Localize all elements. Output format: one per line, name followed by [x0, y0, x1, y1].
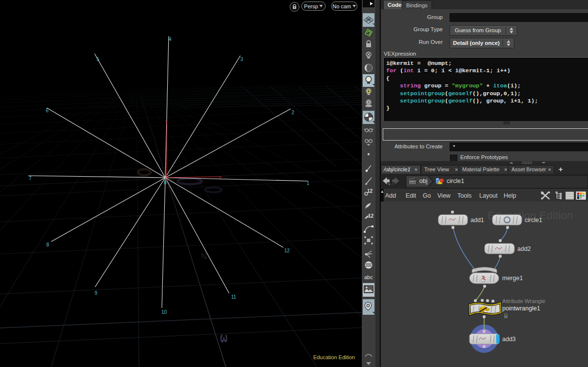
svg-text:Attribute Wrangle: Attribute Wrangle [502, 298, 546, 304]
svg-text:9: 9 [95, 290, 98, 296]
svg-text:add1: add1 [470, 217, 484, 224]
svg-text:3: 3 [240, 57, 243, 62]
svg-text:y: y [165, 119, 168, 124]
svg-text:12: 12 [367, 188, 373, 194]
svg-text:2: 2 [292, 110, 294, 115]
svg-text:pointwrangle1: pointwrangle1 [502, 305, 540, 312]
svg-text:3: 3 [218, 334, 230, 343]
svg-text:7: 7 [29, 176, 32, 181]
svg-text:z: z [168, 184, 170, 188]
svg-text:10: 10 [161, 309, 167, 315]
svg-text:11: 11 [231, 294, 236, 300]
svg-text:merge1: merge1 [502, 275, 523, 282]
svg-text:12: 12 [368, 213, 374, 219]
svg-text:abc: abc [364, 274, 373, 280]
svg-text:add3: add3 [502, 336, 516, 343]
svg-text:12: 12 [284, 248, 290, 253]
svg-text:1: 1 [307, 181, 310, 186]
svg-text:5: 5 [97, 57, 99, 62]
svg-text:6: 6 [46, 108, 49, 113]
svg-text:x: x [219, 175, 221, 180]
svg-text:4: 4 [169, 37, 172, 42]
svg-text:8: 8 [46, 242, 49, 247]
svg-text:add2: add2 [517, 245, 531, 252]
svg-text:circle1: circle1 [525, 217, 542, 224]
svg-text:0: 0 [164, 180, 167, 185]
